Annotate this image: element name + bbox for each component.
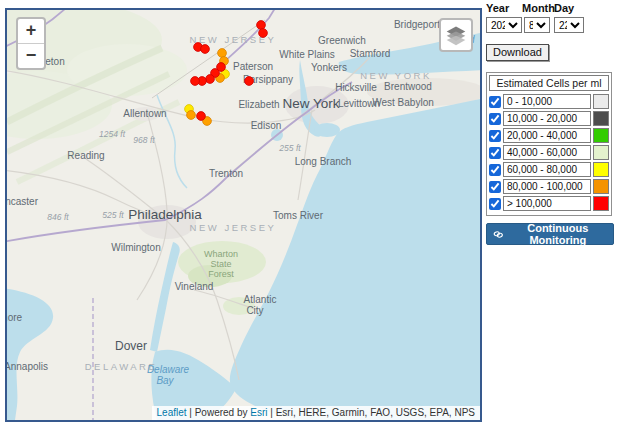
zoom-out-button[interactable]: −	[18, 44, 44, 68]
map-label: Trenton	[209, 168, 243, 179]
attribution-sep1: | Powered by	[187, 407, 251, 418]
month-select[interactable]: 8	[524, 17, 550, 33]
map-label: Paterson	[233, 61, 273, 72]
map-label: Wharton	[204, 249, 238, 259]
map-label: Baltimore	[7, 312, 23, 323]
map-label: Forest	[208, 269, 234, 279]
legend-color-swatch	[593, 111, 609, 126]
legend-row: 80,000 - 100,000	[489, 179, 609, 194]
year-select[interactable]: 2023	[486, 17, 522, 33]
map-label: Long Branch	[295, 156, 352, 167]
legend-checkbox[interactable]	[489, 181, 501, 193]
map-label: Toms River	[273, 210, 324, 221]
layers-icon	[445, 24, 467, 46]
map-label: Stamford	[350, 48, 391, 59]
bloom-site-marker-red[interactable]	[201, 45, 210, 54]
map-label: Yonkers	[311, 62, 347, 73]
map-label: NEW JERSEY	[190, 222, 277, 233]
legend-checkbox[interactable]	[489, 130, 501, 142]
map-label: Reading	[67, 150, 104, 161]
legend-checkbox[interactable]	[489, 113, 501, 125]
attribution-sep2: |	[268, 407, 276, 418]
bloom-site-marker-orange[interactable]	[218, 49, 227, 58]
map-label: 968 ft	[133, 135, 155, 145]
map-label: NEW YORK	[360, 70, 432, 81]
map-label: Lancaster	[7, 196, 39, 207]
control-panel: Year Month Day 2023 8 22 Download Estima…	[486, 2, 618, 245]
map-label: City	[246, 305, 263, 316]
link-icon	[493, 229, 504, 240]
date-selects: 2023 8 22	[486, 17, 618, 35]
bloom-site-marker-red[interactable]	[191, 77, 200, 86]
legend-row: 40,000 - 60,000	[489, 145, 609, 160]
legend-range-label: > 100,000	[503, 196, 591, 211]
legend-checkbox[interactable]	[489, 164, 501, 176]
day-label: Day	[554, 2, 574, 14]
legend-title: Estimated Cells per ml	[489, 75, 609, 91]
legend-color-swatch	[593, 196, 609, 211]
map-label: 255 ft	[278, 143, 301, 153]
map-label: 846 ft	[47, 212, 69, 222]
map-label: West Babylon	[372, 97, 434, 108]
bloom-site-marker-red[interactable]	[257, 21, 266, 30]
bloom-site-marker-red[interactable]	[197, 112, 206, 121]
date-labels: Year Month Day	[486, 2, 618, 15]
attribution: Leaflet | Powered by Esri | Esri, HERE, …	[152, 406, 480, 420]
legend-checkbox[interactable]	[489, 96, 501, 108]
map-label: Wilmington	[111, 242, 160, 253]
map-label: Philadelphia	[128, 207, 202, 222]
legend-row: 60,000 - 80,000	[489, 162, 609, 177]
legend-row: 20,000 - 40,000	[489, 128, 609, 143]
legend-range-label: 40,000 - 60,000	[503, 145, 591, 160]
map-label: Delaware	[147, 364, 190, 375]
map-label: Greenwich	[318, 35, 366, 46]
map-label: Edison	[251, 120, 282, 131]
legend-range-label: 0 - 10,000	[503, 94, 591, 109]
legend-row: 10,000 - 20,000	[489, 111, 609, 126]
map-label: Bridgeport	[394, 19, 440, 30]
month-label: Month	[522, 2, 555, 14]
attribution-credits: Esri, HERE, Garmin, FAO, USGS, EPA, NPS	[276, 407, 475, 418]
map-label: Brentwood	[384, 81, 432, 92]
legend-color-swatch	[593, 94, 609, 109]
legend-rows: 0 - 10,00010,000 - 20,00020,000 - 40,000…	[489, 94, 609, 211]
legend-checkbox[interactable]	[489, 198, 501, 210]
map-label: Atlantic	[244, 294, 277, 305]
leaflet-link[interactable]: Leaflet	[157, 407, 187, 418]
continuous-monitoring-label: Continuous Monitoring	[509, 222, 607, 246]
basemap: NEW JERSEYNEW YORKNEW JERSEYDELAWAREHazl…	[7, 10, 480, 420]
download-button[interactable]: Download	[486, 44, 549, 61]
day-select[interactable]: 22	[554, 17, 584, 33]
bloom-site-marker-red[interactable]	[245, 77, 254, 86]
map-label: Allentown	[123, 108, 166, 119]
legend-row: > 100,000	[489, 196, 609, 211]
legend-checkbox[interactable]	[489, 147, 501, 159]
zoom-in-button[interactable]: +	[18, 19, 44, 44]
map-canvas[interactable]: NEW JERSEYNEW YORKNEW JERSEYDELAWAREHazl…	[5, 8, 482, 422]
map-label: Bay	[156, 375, 174, 386]
legend-color-swatch	[593, 179, 609, 194]
map-label: 525 ft	[102, 210, 124, 220]
legend-row: 0 - 10,000	[489, 94, 609, 109]
bloom-site-marker-orange[interactable]	[187, 111, 196, 120]
map-label: Hicksville	[335, 82, 377, 93]
legend-range-label: 80,000 - 100,000	[503, 179, 591, 194]
map-label: Elizabeth	[238, 99, 279, 110]
legend-range-label: 20,000 - 40,000	[503, 128, 591, 143]
map-label: White Plains	[279, 49, 335, 60]
map-label: 1254 ft	[99, 129, 126, 139]
legend-color-swatch	[593, 145, 609, 160]
continuous-monitoring-button[interactable]: Continuous Monitoring	[486, 223, 614, 245]
map-label: Annapolis	[7, 361, 48, 372]
bloom-site-marker-red[interactable]	[259, 29, 268, 38]
map-label: Dover	[115, 339, 147, 353]
layers-control[interactable]	[439, 18, 473, 52]
map-label: New York	[282, 96, 339, 111]
bloom-site-marker-red[interactable]	[206, 75, 215, 84]
year-label: Year	[486, 2, 509, 14]
legend-range-label: 10,000 - 20,000	[503, 111, 591, 126]
esri-link[interactable]: Esri	[250, 407, 267, 418]
legend-color-swatch	[593, 128, 609, 143]
zoom-control: + −	[16, 17, 46, 70]
legend-panel: Estimated Cells per ml 0 - 10,00010,000 …	[486, 72, 612, 216]
